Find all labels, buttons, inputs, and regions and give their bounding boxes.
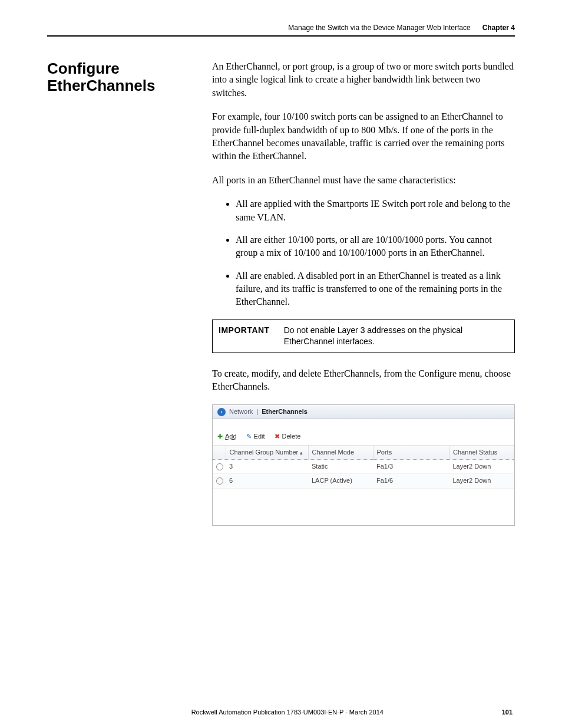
table-row[interactable]: 6 LACP (Active) Fa1/6 Layer2 Down (213, 474, 514, 488)
cell-channel-status: Layer2 Down (449, 460, 514, 474)
etherchannels-panel: ‹ Network | EtherChannels ✚ Add ✎ Edit (212, 404, 515, 526)
back-icon[interactable]: ‹ (217, 408, 226, 416)
add-label: Add (225, 432, 237, 441)
cell-channel-mode: Static (308, 460, 373, 474)
paragraph: To create, modify, and delete EtherChann… (212, 367, 515, 394)
body-column: An EtherChannel, or port group, is a gro… (212, 60, 515, 526)
paragraph: An EtherChannel, or port group, is a gro… (212, 60, 515, 100)
cell-channel-status: Layer2 Down (449, 474, 514, 488)
cell-ports: Fa1/6 (373, 474, 449, 488)
running-header: Manage the Switch via the Device Manager… (47, 24, 515, 37)
chapter-number: Chapter 4 (482, 24, 515, 32)
add-button[interactable]: ✚ Add (217, 432, 237, 441)
col-channel-mode[interactable]: Channel Mode (308, 446, 373, 460)
radio-icon[interactable] (216, 463, 223, 470)
section-heading: Configure EtherChannels (47, 60, 194, 94)
col-channel-status[interactable]: Channel Status (449, 446, 514, 460)
col-ports[interactable]: Ports (373, 446, 449, 460)
page-number: 101 (502, 709, 513, 716)
important-text: Do not enable Layer 3 addresses on the p… (284, 325, 508, 348)
paragraph: All ports in an EtherChannel must have t… (212, 174, 515, 187)
list-item: All are applied with the Smartports IE S… (236, 197, 515, 224)
cell-group-number: 3 (226, 460, 308, 474)
important-label: IMPORTANT (219, 325, 270, 337)
chapter-title: Manage the Switch via the Device Manager… (288, 24, 470, 32)
table-header-row: Channel Group Number Channel Mode Ports … (213, 446, 514, 460)
publication-info: Rockwell Automation Publication 1783-UM0… (73, 709, 502, 716)
list-item: All are enabled. A disabled port in an E… (236, 269, 515, 309)
pencil-icon: ✎ (246, 432, 252, 441)
etherchannels-table: Channel Group Number Channel Mode Ports … (213, 446, 514, 525)
col-channel-group[interactable]: Channel Group Number (226, 446, 308, 460)
cell-ports: Fa1/3 (373, 460, 449, 474)
cell-group-number: 6 (226, 474, 308, 488)
list-item: All are either 10/100 ports, or all are … (236, 233, 515, 260)
edit-button[interactable]: ✎ Edit (246, 432, 265, 441)
toolbar: ✚ Add ✎ Edit ✖ Delete (213, 429, 514, 445)
breadcrumb: ‹ Network | EtherChannels (213, 405, 514, 419)
characteristics-list: All are applied with the Smartports IE S… (212, 197, 515, 309)
delete-label: Delete (282, 432, 301, 441)
page-footer: Rockwell Automation Publication 1783-UM0… (47, 709, 515, 716)
cell-channel-mode: LACP (Active) (308, 474, 373, 488)
delete-button[interactable]: ✖ Delete (275, 432, 301, 441)
plus-icon: ✚ (217, 432, 223, 441)
breadcrumb-parent[interactable]: Network (229, 407, 253, 416)
x-icon: ✖ (275, 432, 280, 441)
radio-icon[interactable] (216, 477, 223, 485)
breadcrumb-separator: | (256, 407, 258, 416)
table-spacer (213, 488, 514, 525)
important-callout: IMPORTANT Do not enable Layer 3 addresse… (212, 319, 515, 353)
edit-label: Edit (254, 432, 265, 441)
breadcrumb-current: EtherChannels (262, 407, 308, 416)
table-row[interactable]: 3 Static Fa1/3 Layer2 Down (213, 460, 514, 474)
paragraph: For example, four 10/100 switch ports ca… (212, 110, 515, 163)
radio-header (213, 446, 226, 460)
